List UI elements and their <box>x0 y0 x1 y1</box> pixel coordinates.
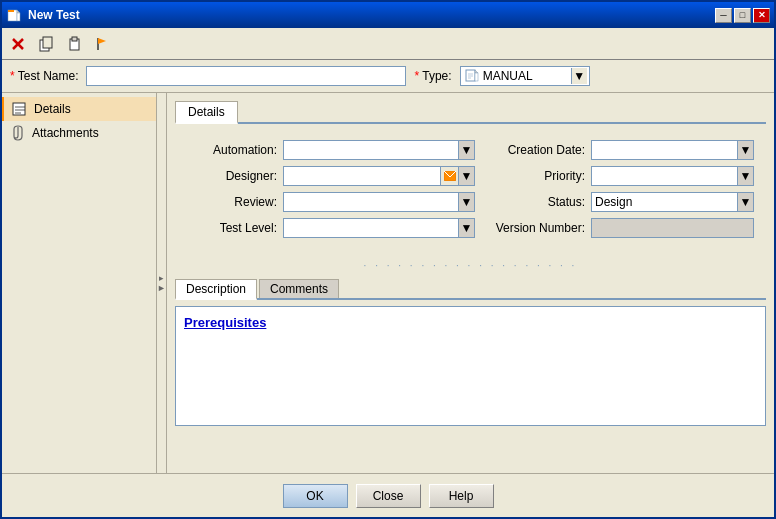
automation-dropdown[interactable]: ▼ <box>283 140 475 160</box>
designer-input[interactable] <box>284 167 440 185</box>
tab-details[interactable]: Details <box>175 101 238 124</box>
svg-rect-7 <box>43 37 52 48</box>
sidebar-item-attachments-label: Attachments <box>32 126 99 140</box>
form-grid: Automation: ▼ Designer: <box>175 132 766 252</box>
details-icon <box>12 101 28 117</box>
form-right-col: Creation Date: ▼ Priority: <box>495 140 754 244</box>
test-level-dropdown[interactable]: ▼ <box>283 218 475 238</box>
status-dropdown-arrow: ▼ <box>737 193 753 211</box>
status-row: Status: Design ▼ <box>495 192 754 212</box>
top-fields: * Test Name: * Type: MANUAL ▼ <box>2 60 774 93</box>
priority-label: Priority: <box>495 169 585 183</box>
restore-button[interactable]: □ <box>734 8 751 23</box>
inner-tab-bar: Description Comments <box>175 279 766 300</box>
title-bar: New Test ─ □ ✕ <box>2 2 774 28</box>
main-window: New Test ─ □ ✕ <box>0 0 776 519</box>
main-area: Details Attachments ▸ ► Details <box>2 93 774 473</box>
bottom-bar: OK Close Help <box>2 473 774 517</box>
svg-marker-2 <box>17 10 20 13</box>
type-dropdown-arrow: ▼ <box>571 68 587 84</box>
review-dropdown-arrow: ▼ <box>458 193 474 211</box>
status-dropdown[interactable]: Design ▼ <box>591 192 754 212</box>
review-row: Review: ▼ <box>187 192 475 212</box>
sidebar-item-details-label: Details <box>34 102 71 116</box>
title-bar-buttons: ─ □ ✕ <box>715 8 770 23</box>
sidebar: Details Attachments <box>2 93 157 473</box>
test-level-row: Test Level: ▼ <box>187 218 475 238</box>
ok-button[interactable]: OK <box>283 484 348 508</box>
test-level-label: Test Level: <box>187 221 277 235</box>
priority-row: Priority: ▼ <box>495 166 754 186</box>
copy-button[interactable] <box>34 32 58 56</box>
designer-field[interactable]: ▼ <box>283 166 475 186</box>
paste-button[interactable] <box>62 32 86 56</box>
attachment-icon <box>10 125 26 141</box>
creation-date-dropdown-arrow: ▼ <box>737 141 753 159</box>
toolbar <box>2 28 774 60</box>
svg-rect-12 <box>466 70 475 81</box>
version-number-row: Version Number: <box>495 218 754 238</box>
review-label: Review: <box>187 195 277 209</box>
form-left-col: Automation: ▼ Designer: <box>187 140 475 244</box>
svg-marker-11 <box>98 38 106 44</box>
status-label: Status: <box>495 195 585 209</box>
tab-comments[interactable]: Comments <box>259 279 339 298</box>
automation-label: Automation: <box>187 143 277 157</box>
manual-doc-icon <box>465 69 479 83</box>
svg-marker-13 <box>475 70 478 73</box>
priority-dropdown-arrow: ▼ <box>737 167 753 185</box>
help-button[interactable]: Help <box>429 484 494 508</box>
svg-rect-3 <box>17 13 20 21</box>
test-level-dropdown-arrow: ▼ <box>458 219 474 237</box>
divider: · · · · · · · · · · · · · · · · · · · <box>175 260 766 271</box>
email-icon <box>444 171 456 181</box>
test-name-input[interactable] <box>86 66 406 86</box>
designer-row: Designer: ▼ <box>187 166 475 186</box>
svg-rect-14 <box>475 73 478 81</box>
test-name-label: * Test Name: <box>10 69 78 83</box>
svg-rect-1 <box>8 10 14 12</box>
content-area: Details Automation: ▼ <box>167 93 774 473</box>
email-icon-button[interactable] <box>440 167 458 185</box>
details-tab-bar: Details <box>175 101 766 124</box>
close-button[interactable]: ✕ <box>753 8 770 23</box>
svg-rect-9 <box>72 37 77 41</box>
creation-date-dropdown[interactable]: ▼ <box>591 140 754 160</box>
window-icon <box>6 7 22 23</box>
title-bar-left: New Test <box>6 7 80 23</box>
creation-date-label: Creation Date: <box>495 143 585 157</box>
close-button-bottom[interactable]: Close <box>356 484 421 508</box>
sidebar-item-details[interactable]: Details <box>2 97 156 121</box>
type-dropdown[interactable]: MANUAL ▼ <box>460 66 590 86</box>
collapse-handle[interactable]: ▸ ► <box>157 93 167 473</box>
status-value: Design <box>592 195 737 209</box>
version-number-label: Version Number: <box>495 221 585 235</box>
window-title: New Test <box>28 8 80 22</box>
prerequisites-link[interactable]: Prerequisites <box>184 315 266 330</box>
review-dropdown[interactable]: ▼ <box>283 192 475 212</box>
tab-description[interactable]: Description <box>175 279 257 300</box>
minimize-button[interactable]: ─ <box>715 8 732 23</box>
designer-label: Designer: <box>187 169 277 183</box>
automation-dropdown-arrow: ▼ <box>458 141 474 159</box>
version-number-field <box>591 218 754 238</box>
type-label: * Type: <box>414 69 451 83</box>
flag-button[interactable] <box>90 32 114 56</box>
type-value: MANUAL <box>483 69 533 83</box>
sidebar-item-attachments[interactable]: Attachments <box>2 121 156 145</box>
creation-date-row: Creation Date: ▼ <box>495 140 754 160</box>
automation-row: Automation: ▼ <box>187 140 475 160</box>
priority-dropdown[interactable]: ▼ <box>591 166 754 186</box>
delete-button[interactable] <box>6 32 30 56</box>
designer-dropdown-arrow[interactable]: ▼ <box>458 167 474 185</box>
description-box: Prerequisites <box>175 306 766 426</box>
